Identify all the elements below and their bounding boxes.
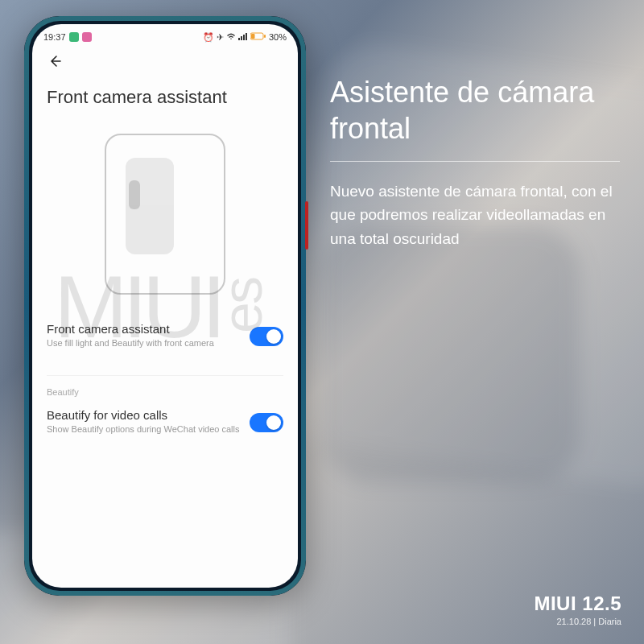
svg-rect-2 (243, 35, 245, 40)
status-time: 19:37 (43, 32, 66, 42)
version-meta: 21.10.28 | Diaria (534, 617, 621, 626)
setting-title: Beautify for video calls (47, 408, 242, 422)
status-bar: 19:37 ⏰ ✈ 30% (32, 24, 298, 47)
setting-subtitle: Show Beautify options during WeChat vide… (47, 423, 242, 436)
svg-rect-6 (264, 35, 266, 38)
setting-row-beautify-video[interactable]: Beautify for video calls Show Beautify o… (47, 400, 283, 448)
svg-rect-5 (251, 34, 255, 39)
version-badge: MIUI 12.5 21.10.28 | Diaria (534, 592, 621, 626)
section-label-beautify: Beautify (47, 375, 283, 397)
airplane-icon: ✈ (217, 32, 224, 43)
brand-label: MIUI 12.5 (534, 592, 621, 615)
app-indicator-icon (82, 32, 92, 42)
app-indicator-icon (69, 32, 79, 42)
battery-icon (250, 32, 266, 42)
svg-rect-1 (241, 36, 242, 40)
wifi-icon (226, 32, 236, 42)
setting-title: Front camera assistant (47, 322, 242, 336)
illustration (105, 134, 225, 295)
setting-row-front-camera[interactable]: Front camera assistant Use fill light an… (47, 314, 283, 362)
screen: 19:37 ⏰ ✈ 30% (32, 24, 298, 588)
signal-icon (238, 32, 248, 42)
feature-text: Nuevo asistente de cámara frontal, con e… (330, 180, 620, 250)
feature-description: Asistente de cámara frontal Nuevo asiste… (330, 74, 620, 250)
power-button-icon (305, 201, 308, 250)
setting-subtitle: Use fill light and Beautify with front c… (47, 337, 242, 349)
svg-rect-3 (246, 33, 247, 40)
battery-percent: 30% (269, 32, 287, 42)
divider (330, 161, 620, 162)
toggle-front-camera[interactable] (250, 327, 283, 346)
back-button[interactable] (45, 52, 64, 71)
toggle-beautify-video[interactable] (250, 413, 283, 432)
feature-title: Asistente de cámara frontal (330, 74, 620, 147)
phone-frame: 19:37 ⏰ ✈ 30% (24, 16, 306, 596)
alarm-icon: ⏰ (203, 32, 214, 43)
page-title: Front camera assistant (45, 87, 285, 108)
svg-rect-0 (238, 38, 240, 40)
